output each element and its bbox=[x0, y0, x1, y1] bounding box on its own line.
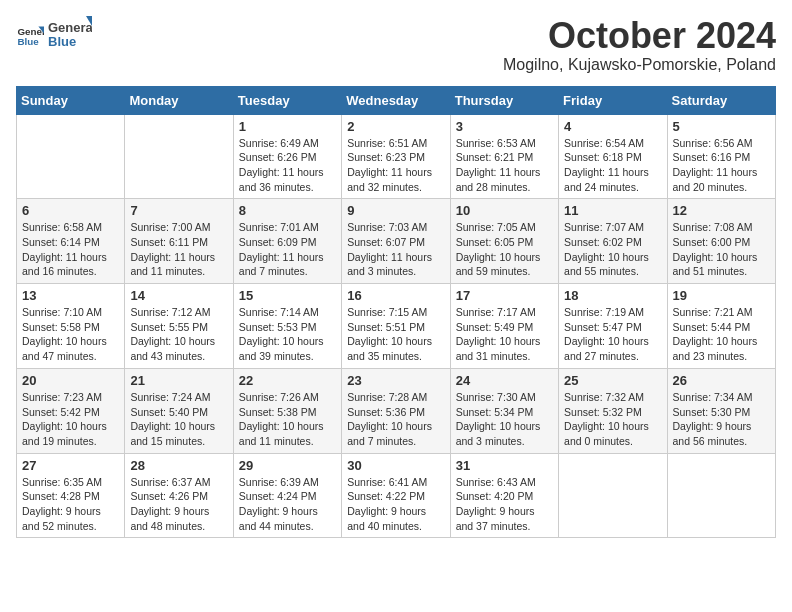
day-number: 3 bbox=[456, 119, 553, 134]
day-number: 1 bbox=[239, 119, 336, 134]
header-thursday: Thursday bbox=[450, 86, 558, 114]
day-detail: Sunrise: 7:08 AM Sunset: 6:00 PM Dayligh… bbox=[673, 220, 770, 279]
header-sunday: Sunday bbox=[17, 86, 125, 114]
calendar-cell: 7Sunrise: 7:00 AM Sunset: 6:11 PM Daylig… bbox=[125, 199, 233, 284]
day-detail: Sunrise: 6:43 AM Sunset: 4:20 PM Dayligh… bbox=[456, 475, 553, 534]
day-detail: Sunrise: 7:07 AM Sunset: 6:02 PM Dayligh… bbox=[564, 220, 661, 279]
day-number: 17 bbox=[456, 288, 553, 303]
month-title: October 2024 bbox=[503, 16, 776, 56]
day-number: 24 bbox=[456, 373, 553, 388]
calendar-cell: 10Sunrise: 7:05 AM Sunset: 6:05 PM Dayli… bbox=[450, 199, 558, 284]
day-number: 4 bbox=[564, 119, 661, 134]
day-number: 20 bbox=[22, 373, 119, 388]
calendar-cell: 11Sunrise: 7:07 AM Sunset: 6:02 PM Dayli… bbox=[559, 199, 667, 284]
day-number: 28 bbox=[130, 458, 227, 473]
day-number: 16 bbox=[347, 288, 444, 303]
day-detail: Sunrise: 6:41 AM Sunset: 4:22 PM Dayligh… bbox=[347, 475, 444, 534]
day-number: 11 bbox=[564, 203, 661, 218]
calendar-cell: 1Sunrise: 6:49 AM Sunset: 6:26 PM Daylig… bbox=[233, 114, 341, 199]
day-number: 30 bbox=[347, 458, 444, 473]
day-number: 19 bbox=[673, 288, 770, 303]
calendar-cell: 6Sunrise: 6:58 AM Sunset: 6:14 PM Daylig… bbox=[17, 199, 125, 284]
day-detail: Sunrise: 7:00 AM Sunset: 6:11 PM Dayligh… bbox=[130, 220, 227, 279]
page-header: General Blue General Blue October 2024 M… bbox=[16, 16, 776, 74]
day-detail: Sunrise: 7:12 AM Sunset: 5:55 PM Dayligh… bbox=[130, 305, 227, 364]
calendar-cell: 31Sunrise: 6:43 AM Sunset: 4:20 PM Dayli… bbox=[450, 453, 558, 538]
calendar-cell: 3Sunrise: 6:53 AM Sunset: 6:21 PM Daylig… bbox=[450, 114, 558, 199]
day-detail: Sunrise: 6:56 AM Sunset: 6:16 PM Dayligh… bbox=[673, 136, 770, 195]
day-detail: Sunrise: 7:24 AM Sunset: 5:40 PM Dayligh… bbox=[130, 390, 227, 449]
week-row-1: 1Sunrise: 6:49 AM Sunset: 6:26 PM Daylig… bbox=[17, 114, 776, 199]
header-saturday: Saturday bbox=[667, 86, 775, 114]
day-number: 27 bbox=[22, 458, 119, 473]
day-detail: Sunrise: 6:35 AM Sunset: 4:28 PM Dayligh… bbox=[22, 475, 119, 534]
day-detail: Sunrise: 7:14 AM Sunset: 5:53 PM Dayligh… bbox=[239, 305, 336, 364]
calendar-cell: 4Sunrise: 6:54 AM Sunset: 6:18 PM Daylig… bbox=[559, 114, 667, 199]
logo-icon: General Blue bbox=[16, 21, 44, 49]
day-number: 26 bbox=[673, 373, 770, 388]
calendar-cell bbox=[17, 114, 125, 199]
week-row-5: 27Sunrise: 6:35 AM Sunset: 4:28 PM Dayli… bbox=[17, 453, 776, 538]
calendar-cell: 22Sunrise: 7:26 AM Sunset: 5:38 PM Dayli… bbox=[233, 368, 341, 453]
day-number: 7 bbox=[130, 203, 227, 218]
svg-text:Blue: Blue bbox=[17, 36, 39, 47]
day-detail: Sunrise: 7:05 AM Sunset: 6:05 PM Dayligh… bbox=[456, 220, 553, 279]
calendar-cell: 17Sunrise: 7:17 AM Sunset: 5:49 PM Dayli… bbox=[450, 284, 558, 369]
location-title: Mogilno, Kujawsko-Pomorskie, Poland bbox=[503, 56, 776, 74]
title-block: October 2024 Mogilno, Kujawsko-Pomorskie… bbox=[503, 16, 776, 74]
week-row-3: 13Sunrise: 7:10 AM Sunset: 5:58 PM Dayli… bbox=[17, 284, 776, 369]
calendar-cell bbox=[125, 114, 233, 199]
day-number: 10 bbox=[456, 203, 553, 218]
day-detail: Sunrise: 7:34 AM Sunset: 5:30 PM Dayligh… bbox=[673, 390, 770, 449]
calendar-cell: 25Sunrise: 7:32 AM Sunset: 5:32 PM Dayli… bbox=[559, 368, 667, 453]
header-friday: Friday bbox=[559, 86, 667, 114]
day-detail: Sunrise: 7:32 AM Sunset: 5:32 PM Dayligh… bbox=[564, 390, 661, 449]
day-detail: Sunrise: 7:28 AM Sunset: 5:36 PM Dayligh… bbox=[347, 390, 444, 449]
day-detail: Sunrise: 7:01 AM Sunset: 6:09 PM Dayligh… bbox=[239, 220, 336, 279]
day-detail: Sunrise: 6:54 AM Sunset: 6:18 PM Dayligh… bbox=[564, 136, 661, 195]
logo: General Blue General Blue bbox=[16, 16, 92, 54]
calendar-cell: 27Sunrise: 6:35 AM Sunset: 4:28 PM Dayli… bbox=[17, 453, 125, 538]
day-number: 22 bbox=[239, 373, 336, 388]
calendar-cell: 15Sunrise: 7:14 AM Sunset: 5:53 PM Dayli… bbox=[233, 284, 341, 369]
day-number: 25 bbox=[564, 373, 661, 388]
calendar-cell bbox=[559, 453, 667, 538]
day-detail: Sunrise: 6:58 AM Sunset: 6:14 PM Dayligh… bbox=[22, 220, 119, 279]
day-detail: Sunrise: 6:51 AM Sunset: 6:23 PM Dayligh… bbox=[347, 136, 444, 195]
day-detail: Sunrise: 7:26 AM Sunset: 5:38 PM Dayligh… bbox=[239, 390, 336, 449]
day-detail: Sunrise: 7:10 AM Sunset: 5:58 PM Dayligh… bbox=[22, 305, 119, 364]
logo-graphic: General Blue bbox=[48, 16, 92, 54]
day-detail: Sunrise: 7:19 AM Sunset: 5:47 PM Dayligh… bbox=[564, 305, 661, 364]
calendar-cell: 9Sunrise: 7:03 AM Sunset: 6:07 PM Daylig… bbox=[342, 199, 450, 284]
day-number: 31 bbox=[456, 458, 553, 473]
day-number: 14 bbox=[130, 288, 227, 303]
day-detail: Sunrise: 7:21 AM Sunset: 5:44 PM Dayligh… bbox=[673, 305, 770, 364]
week-row-4: 20Sunrise: 7:23 AM Sunset: 5:42 PM Dayli… bbox=[17, 368, 776, 453]
week-row-2: 6Sunrise: 6:58 AM Sunset: 6:14 PM Daylig… bbox=[17, 199, 776, 284]
calendar-cell: 21Sunrise: 7:24 AM Sunset: 5:40 PM Dayli… bbox=[125, 368, 233, 453]
calendar-cell: 29Sunrise: 6:39 AM Sunset: 4:24 PM Dayli… bbox=[233, 453, 341, 538]
day-number: 23 bbox=[347, 373, 444, 388]
header-wednesday: Wednesday bbox=[342, 86, 450, 114]
day-number: 29 bbox=[239, 458, 336, 473]
day-number: 2 bbox=[347, 119, 444, 134]
header-monday: Monday bbox=[125, 86, 233, 114]
day-number: 12 bbox=[673, 203, 770, 218]
svg-text:General: General bbox=[48, 20, 92, 35]
calendar-cell: 14Sunrise: 7:12 AM Sunset: 5:55 PM Dayli… bbox=[125, 284, 233, 369]
day-number: 8 bbox=[239, 203, 336, 218]
calendar-cell: 20Sunrise: 7:23 AM Sunset: 5:42 PM Dayli… bbox=[17, 368, 125, 453]
calendar-header-row: SundayMondayTuesdayWednesdayThursdayFrid… bbox=[17, 86, 776, 114]
day-number: 15 bbox=[239, 288, 336, 303]
calendar-cell: 18Sunrise: 7:19 AM Sunset: 5:47 PM Dayli… bbox=[559, 284, 667, 369]
calendar-cell: 5Sunrise: 6:56 AM Sunset: 6:16 PM Daylig… bbox=[667, 114, 775, 199]
day-detail: Sunrise: 6:49 AM Sunset: 6:26 PM Dayligh… bbox=[239, 136, 336, 195]
day-number: 21 bbox=[130, 373, 227, 388]
day-detail: Sunrise: 7:15 AM Sunset: 5:51 PM Dayligh… bbox=[347, 305, 444, 364]
day-number: 5 bbox=[673, 119, 770, 134]
calendar-cell: 30Sunrise: 6:41 AM Sunset: 4:22 PM Dayli… bbox=[342, 453, 450, 538]
calendar-cell bbox=[667, 453, 775, 538]
calendar-cell: 8Sunrise: 7:01 AM Sunset: 6:09 PM Daylig… bbox=[233, 199, 341, 284]
svg-text:Blue: Blue bbox=[48, 34, 76, 49]
day-detail: Sunrise: 6:53 AM Sunset: 6:21 PM Dayligh… bbox=[456, 136, 553, 195]
